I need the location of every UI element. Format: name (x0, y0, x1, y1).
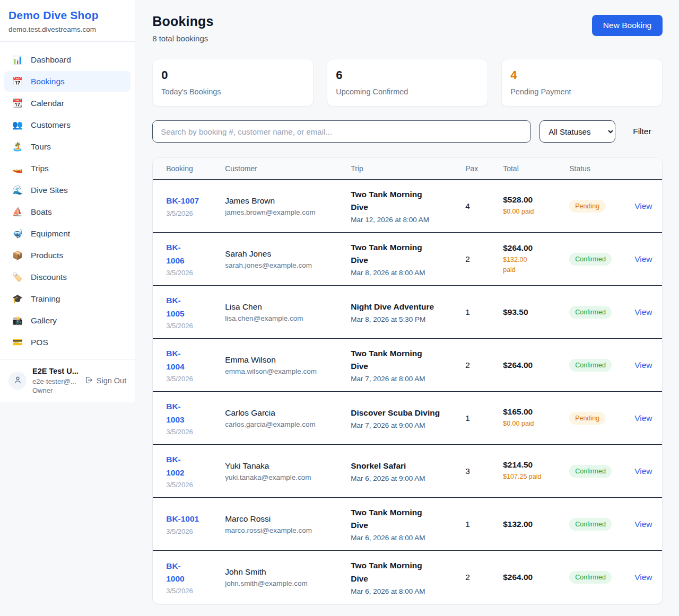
sidebar-item-customers[interactable]: 👥 Customers (4, 115, 130, 135)
sidebar-item-calendar[interactable]: 📆 Calendar (4, 93, 130, 113)
total-cell: $93.50 (503, 307, 569, 317)
customer-email: james.brown@example.com (225, 208, 351, 216)
booking-cell: BK- 1000 3/5/2026 (166, 560, 225, 595)
sign-out-button[interactable]: Sign Out (84, 376, 126, 386)
total-amount: $264.00 (503, 360, 569, 370)
customer-cell: John Smith john.smith@example.com (225, 567, 351, 587)
booking-id-link[interactable]: BK-1001 (166, 513, 225, 525)
status-select[interactable]: All Statuses (539, 120, 615, 143)
booking-id-link[interactable]: BK-1007 (166, 195, 225, 207)
total-amount: $132.00 (503, 520, 569, 529)
booking-cell: BK-1001 3/5/2026 (166, 513, 225, 535)
table-row: BK- 1006 3/5/2026 Sarah Jones sarah.jone… (153, 233, 662, 286)
people-icon: 👥 (12, 120, 23, 130)
pax-cell: 2 (465, 573, 503, 582)
camera-icon: 📸 (12, 315, 23, 325)
view-link[interactable]: View (634, 307, 662, 317)
view-link[interactable]: View (634, 413, 662, 423)
booking-cell: BK- 1004 3/5/2026 (166, 347, 225, 382)
sidebar-item-equipment[interactable]: 🤿 Equipment (4, 223, 130, 244)
tag-icon: 🏷️ (12, 272, 23, 282)
status-badge: Pending (569, 200, 605, 213)
table-row: BK- 1003 3/5/2026 Carlos Garcia carlos.g… (153, 392, 662, 445)
stat-value: 4 (510, 68, 654, 82)
view-link[interactable]: View (634, 360, 662, 370)
total-cell: $165.00 $0.00 paid (503, 407, 569, 429)
booking-id-link[interactable]: BK- 1005 (166, 294, 225, 320)
column-header-status: Status (569, 164, 634, 173)
sidebar-item-training[interactable]: 🎓 Training (4, 288, 130, 309)
booking-id-link[interactable]: BK- 1006 (166, 241, 225, 267)
view-link[interactable]: View (634, 467, 662, 476)
sidebar-item-gallery[interactable]: 📸 Gallery (4, 310, 130, 331)
trip-datetime: Mar 6, 2026 at 8:00 AM (351, 587, 465, 595)
table-row: BK- 1000 3/5/2026 John Smith john.smith@… (153, 551, 662, 604)
booking-id-link[interactable]: BK- 1002 (166, 453, 225, 479)
new-booking-button[interactable]: New Booking (592, 15, 663, 36)
page-header: Bookings 8 total bookings New Booking (152, 14, 663, 43)
sidebar-item-bookings[interactable]: 📅 Bookings (4, 71, 130, 92)
trip-cell: Two Tank Morning Dive Mar 6, 2026 at 8:0… (351, 506, 465, 542)
customer-cell: Yuki Tanaka yuki.tanaka@example.com (225, 461, 351, 481)
sailboat-icon: ⛵ (12, 207, 23, 217)
sidebar-item-dashboard[interactable]: 📊 Dashboard (4, 49, 130, 70)
view-link[interactable]: View (634, 254, 662, 264)
sign-out-label: Sign Out (97, 376, 126, 385)
trip-datetime: Mar 6, 2026 at 8:00 AM (351, 534, 465, 542)
sidebar: Demo Dive Shop demo.test.divestreams.com… (0, 0, 135, 402)
view-link[interactable]: View (634, 573, 662, 582)
booking-id-link[interactable]: BK- 1004 (166, 347, 225, 373)
nav-label: Products (31, 251, 63, 260)
sidebar-item-pos[interactable]: 💳 POS (4, 332, 130, 353)
customer-email: carlos.garcia@example.com (225, 420, 351, 428)
column-header-customer: Customer (225, 164, 351, 173)
user-email: e2e-tester@... (32, 377, 79, 386)
nav-label: Calendar (31, 99, 64, 108)
pax-cell: 3 (465, 467, 503, 476)
customer-name: James Brown (225, 196, 351, 206)
booking-id-link[interactable]: BK- 1003 (166, 400, 225, 426)
sidebar-item-tours[interactable]: 🏝️ Tours (4, 136, 130, 157)
customer-email: sarah.jones@example.com (225, 261, 351, 269)
sidebar-item-boats[interactable]: ⛵ Boats (4, 201, 130, 222)
sidebar-item-products[interactable]: 📦 Products (4, 245, 130, 266)
search-input[interactable] (152, 120, 531, 143)
trip-datetime: Mar 12, 2026 at 8:00 AM (351, 216, 465, 224)
status-badge: Confirmed (569, 359, 612, 372)
booking-id-link[interactable]: BK- 1000 (166, 560, 225, 585)
total-amount: $264.00 (503, 243, 569, 253)
trip-datetime: Mar 8, 2026 at 8:00 AM (351, 269, 465, 277)
status-badge: Pending (569, 412, 605, 425)
column-header-booking: Booking (166, 164, 225, 173)
total-cell: $264.00 (503, 360, 569, 370)
trip-datetime: Mar 6, 2026 at 9:00 AM (351, 474, 465, 482)
bookings-table: BookingCustomerTripPaxTotalStatus BK-100… (152, 157, 663, 604)
customer-name: Carlos Garcia (225, 408, 351, 418)
booking-cell: BK- 1003 3/5/2026 (166, 400, 225, 435)
sidebar-item-discounts[interactable]: 🏷️ Discounts (4, 267, 130, 287)
trip-datetime: Mar 8, 2026 at 5:30 PM (351, 315, 465, 323)
status-badge: Confirmed (569, 306, 612, 319)
customer-cell: Lisa Chen lisa.chen@example.com (225, 302, 351, 322)
booking-date: 3/5/2026 (166, 322, 225, 330)
booking-date: 3/5/2026 (166, 527, 225, 535)
sidebar-item-trips[interactable]: 🚤 Trips (4, 158, 130, 179)
status-cell: Confirmed (569, 571, 634, 584)
trip-name: Two Tank Morning Dive (351, 347, 441, 373)
status-cell: Confirmed (569, 359, 634, 372)
paid-amount: $107.25 paid (503, 472, 569, 482)
customer-email: yuki.tanaka@example.com (225, 473, 351, 481)
sidebar-item-dive-sites[interactable]: 🌊 Dive Sites (4, 180, 130, 200)
column-header-trip: Trip (351, 164, 465, 173)
nav-label: Customers (31, 120, 71, 130)
view-link[interactable]: View (634, 520, 662, 529)
calendar-date-icon: 📅 (12, 76, 23, 86)
view-link[interactable]: View (634, 201, 662, 211)
filter-button[interactable]: Filter (633, 127, 651, 136)
user-name: E2E Test U... (32, 366, 79, 377)
page-subtitle: 8 total bookings (152, 34, 214, 43)
total-amount: $93.50 (503, 307, 569, 317)
pax-cell: 2 (465, 254, 503, 264)
trip-cell: Two Tank Morning Dive Mar 6, 2026 at 8:0… (351, 559, 465, 595)
stats-row: 0 Today's Bookings 6 Upcoming Confirmed … (152, 59, 663, 107)
